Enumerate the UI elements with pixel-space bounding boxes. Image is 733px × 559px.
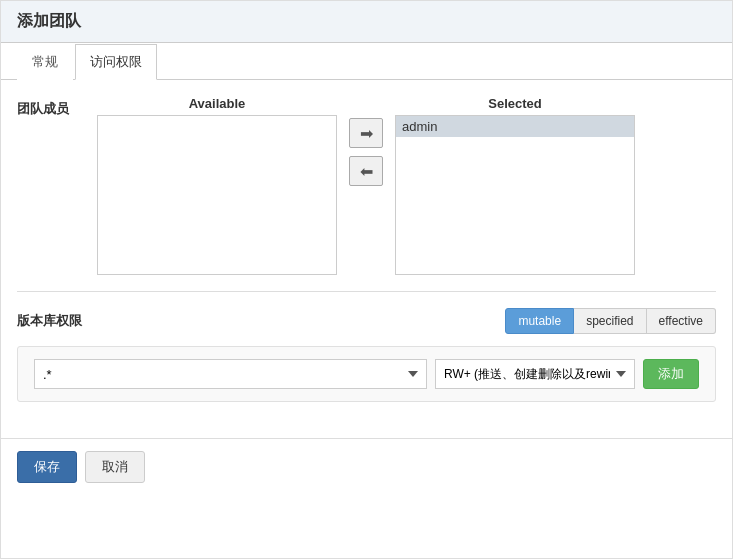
selected-header: Selected: [395, 96, 635, 111]
tab-access[interactable]: 访问权限: [75, 44, 157, 80]
repo-perms-header: 版本库权限 mutable specified effective: [17, 308, 716, 334]
arrow-left-icon: ⬅: [360, 162, 373, 181]
selected-item[interactable]: admin: [396, 116, 634, 137]
repo-perms-section: 版本库权限 mutable specified effective .* RW+…: [17, 308, 716, 402]
available-header: Available: [97, 96, 337, 111]
available-col: Available: [97, 96, 337, 275]
cancel-button[interactable]: 取消: [85, 451, 145, 483]
effective-button[interactable]: effective: [647, 308, 716, 334]
repo-select[interactable]: .*: [34, 359, 427, 389]
selected-col: Selected admin: [395, 96, 635, 275]
add-button[interactable]: 添加: [643, 359, 699, 389]
available-listbox[interactable]: [97, 115, 337, 275]
repo-perms-label: 版本库权限: [17, 312, 82, 330]
transfer-to-selected-button[interactable]: ➡: [349, 118, 383, 148]
repo-row: .* RW+ (推送、创建删除以及rewin... RW R 添加: [34, 359, 699, 389]
selected-listbox[interactable]: admin: [395, 115, 635, 275]
tab-content: 团队成员 Available ➡ ⬅: [1, 80, 732, 438]
members-label: 团队成员: [17, 100, 97, 118]
perms-mode-group: mutable specified effective: [505, 308, 716, 334]
members-section: 团队成员 Available ➡ ⬅: [17, 96, 716, 275]
tabs-bar: 常规 访问权限: [1, 43, 732, 80]
specified-button[interactable]: specified: [574, 308, 646, 334]
repo-row-container: .* RW+ (推送、创建删除以及rewin... RW R 添加: [17, 346, 716, 402]
mutable-button[interactable]: mutable: [505, 308, 574, 334]
arrow-right-icon: ➡: [360, 124, 373, 143]
transfer-to-available-button[interactable]: ⬅: [349, 156, 383, 186]
save-button[interactable]: 保存: [17, 451, 77, 483]
tab-general[interactable]: 常规: [17, 44, 73, 80]
footer: 保存 取消: [1, 438, 732, 495]
section-divider: [17, 291, 716, 292]
transfer-buttons: ➡ ⬅: [337, 118, 395, 186]
page-title: 添加团队: [1, 1, 732, 43]
perm-select[interactable]: RW+ (推送、创建删除以及rewin... RW R: [435, 359, 635, 389]
